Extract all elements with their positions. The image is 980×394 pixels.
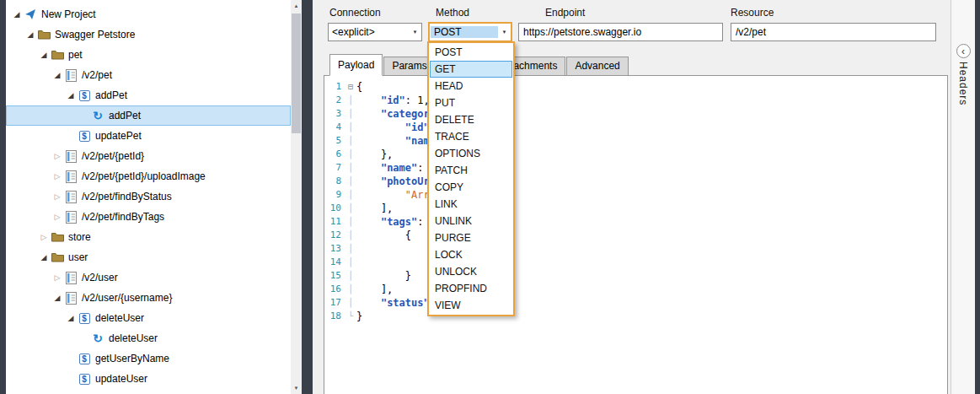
token: "name" — [381, 162, 417, 174]
method-option[interactable]: DELETE — [430, 111, 512, 128]
collapse-arrow-icon[interactable]: ◢ — [38, 253, 50, 262]
fold-guide: │ — [345, 94, 356, 107]
token: } — [356, 310, 362, 322]
tree-item[interactable]: ↻addPet — [6, 105, 291, 126]
tree-item[interactable]: ▷/v2/pet/{petId}/uploadImage — [6, 166, 291, 186]
chevron-down-icon[interactable] — [409, 30, 421, 35]
method-option[interactable]: UNLINK — [430, 213, 512, 229]
editor-line: 7│ "name": "name", — [324, 161, 947, 175]
tree-item[interactable]: ▷/v2/pet/findByTags — [6, 207, 291, 227]
line-number: 11 — [324, 215, 345, 229]
fold-guide: │ — [345, 175, 356, 188]
method-option[interactable]: VIEW — [430, 297, 512, 314]
tree-item[interactable]: ◢New Project — [6, 4, 291, 24]
connection-select[interactable]: <explicit> — [328, 23, 422, 41]
tree-item[interactable]: ▷/v2/pet/{petId} — [6, 146, 291, 166]
collapse-arrow-icon[interactable]: ◢ — [24, 30, 36, 39]
token — [356, 243, 430, 255]
tree-item[interactable]: $updateUser — [6, 369, 291, 389]
request-refresh-icon: ↻ — [90, 109, 105, 122]
method-option[interactable]: LOCK — [430, 246, 512, 263]
expand-arrow-icon[interactable]: ▷ — [38, 233, 50, 241]
token — [356, 256, 430, 268]
token — [356, 94, 381, 106]
fold-guide: │ — [345, 107, 356, 121]
tree-item[interactable]: ◢pet — [6, 45, 291, 65]
editor-line: 12│ { — [324, 229, 947, 242]
tree-item[interactable]: ↻deleteUser — [6, 328, 291, 348]
chevron-left-icon[interactable] — [956, 44, 971, 58]
endpoint-input[interactable] — [518, 23, 723, 41]
method-option[interactable]: PROPFIND — [430, 280, 512, 297]
editor-line: 11│ "tags": [ — [324, 215, 947, 229]
fold-guide: │ — [345, 134, 356, 148]
collapse-arrow-icon[interactable]: ◢ — [38, 51, 50, 59]
collapse-arrow-icon[interactable]: ◢ — [65, 91, 77, 100]
tree-item[interactable]: ▷/v2/user — [6, 267, 291, 288]
method-option[interactable]: LINK — [430, 196, 512, 213]
tree-item[interactable]: ◢Swagger Petstore — [6, 24, 291, 45]
method-option[interactable]: PURGE — [430, 229, 512, 246]
code-text: } — [356, 269, 411, 283]
collapse-arrow-icon[interactable]: ◢ — [51, 294, 63, 302]
expand-arrow-icon[interactable]: ▷ — [51, 273, 63, 282]
collapse-arrow-icon[interactable]: ◢ — [65, 314, 77, 322]
token — [356, 175, 381, 187]
editor-line: 5│ "name": "name" — [324, 134, 947, 148]
tree-item[interactable]: $getUserByName — [6, 348, 291, 369]
line-number: 12 — [324, 229, 345, 242]
payload-editor[interactable]: 1⊟{2│ "id": 1,3│ "category": {4│ "id": 1… — [324, 76, 947, 394]
method-select[interactable]: POST — [428, 22, 512, 42]
collapse-arrow-icon[interactable]: ◢ — [11, 10, 23, 19]
editor-line: 15│ } — [324, 269, 947, 283]
endpoint-icon — [63, 170, 78, 183]
method-option[interactable]: COPY — [430, 179, 512, 196]
expand-arrow-icon[interactable]: ▷ — [51, 172, 63, 181]
editor-line: 3│ "category": { — [324, 107, 947, 121]
tree-item-label: /v2/user — [82, 272, 123, 283]
tree-item[interactable]: ◢/v2/pet — [6, 65, 291, 85]
folder-icon — [36, 28, 51, 41]
tree-item-label: /v2/pet/findByStatus — [82, 191, 177, 202]
tree-item[interactable]: ▷store — [6, 227, 291, 247]
expand-arrow-icon[interactable]: ▷ — [51, 192, 63, 201]
editor-line: 17│ "status": "available" — [324, 296, 947, 310]
method-option[interactable]: POST — [430, 44, 512, 61]
fold-guide: │ — [345, 283, 356, 296]
method-option[interactable]: GET — [430, 61, 512, 78]
endpoint-icon — [63, 291, 78, 305]
editor-line: 9│ "ArrayItem1" — [324, 188, 947, 202]
chevron-down-icon[interactable] — [498, 30, 511, 35]
scroll-up-icon[interactable] — [291, 0, 302, 12]
tree-item[interactable]: $updatePet — [6, 126, 291, 146]
operation-icon: $ — [77, 352, 92, 365]
token: }, — [356, 148, 393, 160]
method-option[interactable]: HEAD — [430, 78, 512, 94]
line-number: 10 — [324, 202, 345, 215]
tree-scrollbar[interactable] — [291, 0, 302, 394]
tree-item[interactable]: ◢$deleteUser — [6, 308, 291, 328]
panel-splitter[interactable] — [302, 0, 313, 394]
tree-item[interactable]: ▷/v2/pet/findByStatus — [6, 186, 291, 207]
editor-line: 13│ "id": 1, — [324, 242, 947, 256]
resource-input[interactable] — [731, 23, 936, 41]
scrollbar-thumb[interactable] — [292, 13, 301, 133]
tree-item[interactable]: ◢user — [6, 247, 291, 267]
method-option[interactable]: OPTIONS — [430, 145, 512, 162]
collapse-arrow-icon[interactable]: ◢ — [51, 71, 63, 79]
expand-arrow-icon[interactable]: ▷ — [51, 213, 63, 221]
line-number: 6 — [324, 148, 345, 161]
tab-payload[interactable]: Payload — [329, 54, 383, 76]
method-option[interactable]: UNLOCK — [430, 263, 512, 280]
method-option[interactable]: PUT — [430, 94, 512, 111]
tab-advanced[interactable]: Advanced — [566, 57, 628, 75]
code-text: "tags": [ — [356, 215, 436, 229]
method-option[interactable]: TRACE — [430, 128, 512, 145]
fold-toggle-icon[interactable]: ⊟ — [345, 80, 356, 94]
scroll-down-icon[interactable] — [291, 382, 302, 394]
method-option[interactable]: PATCH — [430, 162, 512, 179]
folder-icon — [50, 251, 65, 264]
expand-arrow-icon[interactable]: ▷ — [51, 152, 63, 160]
tree-item[interactable]: ◢/v2/user/{username} — [6, 288, 291, 308]
tree-item[interactable]: ◢$addPet — [6, 85, 291, 105]
